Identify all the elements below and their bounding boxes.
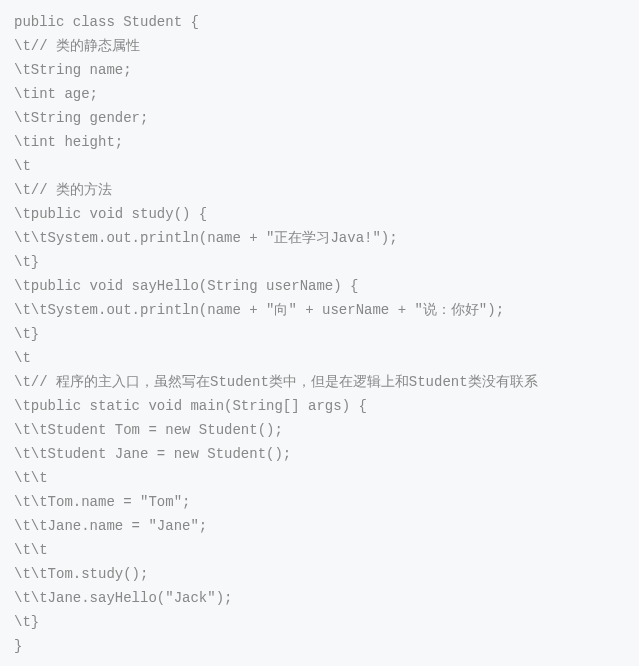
code-block: public class Student { \t// 类的静态属性 \tStr… (0, 0, 639, 666)
code-content: public class Student { \t// 类的静态属性 \tStr… (14, 14, 538, 654)
